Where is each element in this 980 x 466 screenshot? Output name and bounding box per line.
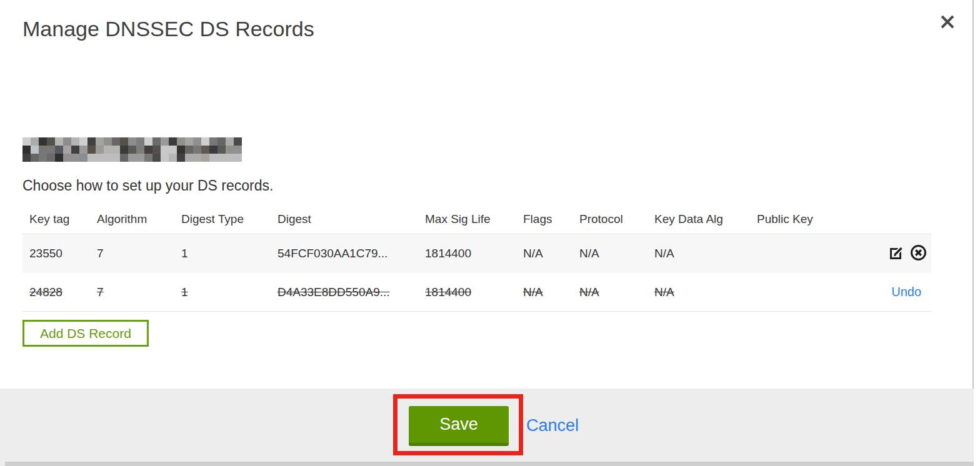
cell-digest: D4A33E8DD550A9... — [278, 285, 425, 299]
cell-digest-type: 1 — [181, 247, 278, 260]
edit-record-button[interactable] — [888, 244, 906, 263]
ds-records-table: Key tag Algorithm Digest Type Digest Max… — [22, 205, 931, 312]
cell-key-tag: 24828 — [22, 285, 97, 299]
add-ds-record-button[interactable]: Add DS Record — [22, 320, 149, 347]
col-header-protocol: Protocol — [579, 212, 654, 226]
modal-bottom-edge — [5, 462, 974, 466]
cancel-link[interactable]: Cancel — [526, 416, 579, 435]
col-header-flags: Flags — [523, 212, 579, 226]
cell-key-data-alg: N/A — [654, 247, 757, 260]
page-title: Manage DNSSEC DS Records — [22, 17, 314, 41]
col-header-digest: Digest — [278, 212, 425, 226]
table-row-deleted: 24828 7 1 D4A33E8DD550A9... 1814400 N/A … — [22, 273, 931, 312]
undo-link[interactable]: Undo — [891, 285, 928, 299]
cell-flags: N/A — [523, 285, 579, 299]
col-header-key-tag: Key tag — [22, 212, 97, 226]
close-button[interactable] — [938, 12, 958, 32]
edit-pencil-square-icon — [889, 244, 906, 263]
instruction-text: Choose how to set up your DS records. — [22, 177, 273, 194]
cell-max-sig-life: 1814400 — [425, 285, 523, 299]
page: Manage DNSSEC DS Records Choose how to s… — [0, 0, 980, 466]
delete-record-button[interactable] — [909, 244, 928, 263]
cell-digest-type: 1 — [181, 285, 278, 299]
cell-algorithm: 7 — [97, 285, 181, 299]
cell-key-data-alg: N/A — [654, 285, 757, 299]
table-row: 23550 7 1 54FCF030AA1C79... 1814400 N/A … — [22, 234, 931, 273]
save-button[interactable]: Save — [409, 406, 509, 446]
cell-protocol: N/A — [579, 247, 654, 260]
footer-bar: Save Cancel — [0, 389, 974, 466]
col-header-max-sig-life: Max Sig Life — [425, 212, 523, 226]
col-header-public-key: Public Key — [757, 212, 851, 226]
table-header-row: Key tag Algorithm Digest Type Digest Max… — [22, 205, 931, 234]
cell-digest: 54FCF030AA1C79... — [278, 247, 425, 260]
circle-x-icon — [909, 244, 928, 264]
close-x-icon — [939, 23, 956, 32]
col-header-key-data-alg: Key Data Alg — [654, 212, 757, 226]
col-header-algorithm: Algorithm — [97, 212, 181, 226]
cell-protocol: N/A — [579, 285, 654, 299]
cell-max-sig-life: 1814400 — [425, 247, 523, 260]
row-actions — [851, 244, 931, 263]
redacted-domain-name — [22, 137, 242, 162]
manage-dnssec-modal: Manage DNSSEC DS Records Choose how to s… — [0, 0, 974, 466]
cell-key-tag: 23550 — [22, 247, 97, 260]
cell-flags: N/A — [523, 247, 579, 260]
cell-algorithm: 7 — [97, 247, 181, 260]
col-header-digest-type: Digest Type — [181, 212, 278, 226]
row-actions: Undo — [851, 285, 931, 299]
